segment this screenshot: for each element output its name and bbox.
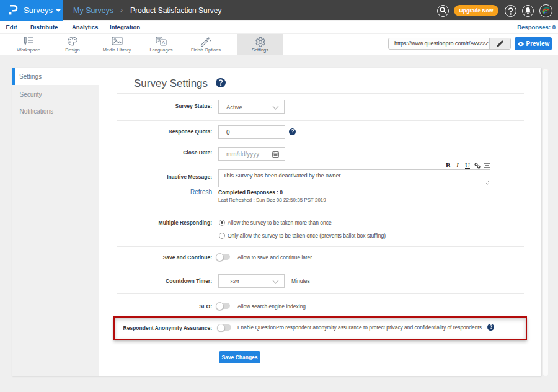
svg-text:A: A <box>162 40 165 45</box>
